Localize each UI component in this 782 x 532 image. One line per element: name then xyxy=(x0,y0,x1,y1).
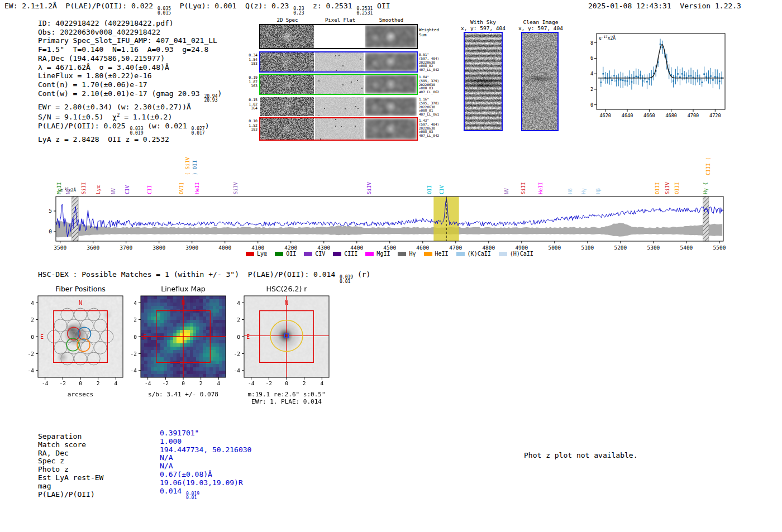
north-label: N xyxy=(285,300,288,306)
note-line: 407_LL_061 xyxy=(419,113,449,117)
emission-line-label: SiIV xyxy=(665,182,670,194)
legend-label: Hγ xyxy=(409,251,416,257)
match-row-value: 19.06(19.03,19.09)R xyxy=(160,478,243,487)
legend-item: (K)CaII xyxy=(456,251,491,257)
detection-info-block: ID: 4022918422 (4022918422.pdf)Obs: 2022… xyxy=(38,19,222,144)
smoothed-image xyxy=(365,118,417,140)
text-run: F=1.5" T=0.140 xyxy=(38,45,112,54)
x-tick-label: 4700 xyxy=(688,113,699,118)
overline-text: 3 xyxy=(169,45,174,54)
text-run: HSC-DEX : Possible Matches = 1 (within +… xyxy=(38,270,340,279)
emission-line-label: NV xyxy=(504,188,509,194)
spec2d-image xyxy=(260,75,314,94)
y-tick-label: 4 xyxy=(133,300,137,306)
clean-title-block: Clean Image x, y: 597, 404 xyxy=(511,19,570,31)
full-spectrum-plot: 3500360037003800390040004100420043004400… xyxy=(34,150,737,264)
data-point xyxy=(714,76,716,78)
stacked-uncertainty: 0.0330.019 xyxy=(130,127,143,135)
text-run: ) xyxy=(205,122,209,130)
x-tick-label: 5100 xyxy=(581,245,594,251)
lower-bound: 20.93 xyxy=(204,98,217,103)
text-run: RA,Dec (194.447586,50.215977) xyxy=(38,54,165,63)
match-row-label: RA, Dec xyxy=(38,449,160,457)
x-tick-label: 0 xyxy=(182,380,185,386)
x-tick-label: -4 xyxy=(42,380,49,386)
info-line: LyA z = 2.8428 OII z = 0.2532 xyxy=(38,135,222,144)
masked-band xyxy=(703,196,709,241)
x-tick-label: 4 xyxy=(320,380,323,386)
x-tick-label: 4620 xyxy=(599,113,611,118)
text-run: LineFlux = 1.80(±0.22)e-16 xyxy=(38,71,152,80)
text-run: Primary Spec_Slot_IFU_AMP: 407_041_021_L… xyxy=(38,36,217,45)
fit-ylabel: e-17x2Å xyxy=(599,35,616,41)
x-tick-label: 4800 xyxy=(482,245,495,251)
info-line: F=1.5" T=0.140 N=1.16 A=0.93 g=24.8 xyxy=(38,45,222,54)
y-tick-label: -4 xyxy=(234,367,241,373)
east-label: E xyxy=(40,334,44,340)
data-point xyxy=(620,79,622,81)
legend-swatch xyxy=(424,252,432,256)
x-tick-label: 2 xyxy=(303,380,306,386)
stacked-uncertainty: 0.230.23 xyxy=(293,7,304,15)
fiber-circle xyxy=(74,352,87,365)
data-point xyxy=(675,76,676,78)
match-row-value: 0.014 0.0190.01 xyxy=(160,487,199,495)
fiber-circle xyxy=(94,319,107,332)
smoothed-image xyxy=(365,25,417,48)
y-tick-label: -4 xyxy=(28,367,35,373)
y-tick-label: 2 xyxy=(237,317,240,323)
legend-item: Hγ xyxy=(398,251,416,257)
data-point xyxy=(681,73,683,75)
pixelflat-image xyxy=(315,118,364,140)
match-row: Separation0.391701" xyxy=(38,429,251,437)
lineflux-caption: s/b: 3.41 +/- 0.078 xyxy=(135,391,231,398)
data-point xyxy=(690,75,692,76)
data-point xyxy=(627,80,628,82)
data-point xyxy=(646,81,648,83)
fiber-circle xyxy=(94,341,107,354)
emission-line-label: NV xyxy=(111,188,116,194)
data-point xyxy=(631,81,633,83)
text-run: 1.000 xyxy=(160,437,182,445)
emission-line-label: CII xyxy=(147,185,152,194)
x-tick-label: 4100 xyxy=(251,245,264,251)
match-row-label: P(LAE)/P(OII) xyxy=(38,490,160,499)
smoothed-image xyxy=(365,97,417,116)
x-tick-label: 4200 xyxy=(284,245,297,251)
withsky-image xyxy=(465,33,502,130)
emission-line-label: CIII ( xyxy=(705,157,711,175)
x-tick-label: 4000 xyxy=(218,245,231,251)
text-run: ID: 4022918422 (4022918422.pdf) xyxy=(38,19,174,27)
data-point xyxy=(703,73,705,75)
data-point xyxy=(699,79,700,80)
photz-note: Phot z plot not available. xyxy=(524,451,638,459)
match-row-value: N/A xyxy=(160,462,173,470)
match-row-label: Est LyA rest-EW xyxy=(38,473,160,482)
match-row-value: 0.391701" xyxy=(160,429,199,437)
data-point xyxy=(684,74,685,76)
legend-item: HeII xyxy=(424,251,449,257)
x-tick-label: 4400 xyxy=(350,245,363,251)
col-header-pixelflat: Pixel Flat xyxy=(316,17,365,23)
info-line: EWr = 2.80(±0.34) (w: 2.30(±0.27))Å xyxy=(38,103,222,112)
text-run: 194.447734, 50.216030 xyxy=(160,445,251,454)
text-run: EWr = 2.80(±0.34) (w: 2.30(±0.27))Å xyxy=(38,103,191,111)
hsc-cutout-axes: -4-4-2-2002244NE xyxy=(228,285,340,409)
stacked-uncertainty: 0.0190.01 xyxy=(340,275,353,284)
legend-item: (H)CaII xyxy=(499,251,533,257)
spec2d-row xyxy=(259,51,418,73)
smoothed-image xyxy=(365,75,417,94)
stacked-uncertainty: 0.0190.01 xyxy=(186,492,199,500)
fiber-circle xyxy=(61,352,74,365)
spec2d-row xyxy=(259,74,418,95)
fiber-circle xyxy=(54,319,67,332)
fiber-circle xyxy=(87,330,100,343)
text-run: 0.67(±0.08)Å xyxy=(160,470,212,478)
col-header-smoothed: Smoothed xyxy=(366,17,417,23)
emission-line-label: SiIV xyxy=(366,182,372,194)
data-point xyxy=(710,75,712,77)
pixelflat-image xyxy=(315,97,364,116)
data-point xyxy=(602,73,604,75)
legend-swatch xyxy=(246,252,254,256)
legend-label: (H)CaII xyxy=(510,251,533,257)
